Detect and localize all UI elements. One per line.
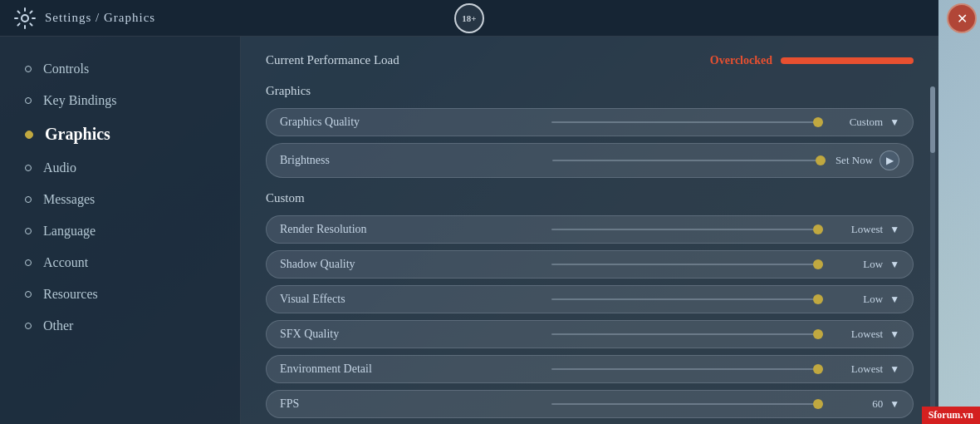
setting-name-sfx-quality: SFX Quality [280, 328, 551, 341]
setting-row-sfx-quality[interactable]: SFX Quality Lowest ▼ [266, 320, 914, 348]
sidebar: Controls Key Bindings Graphics Audio Mes… [0, 37, 241, 424]
dropdown-arrow-render-resolution[interactable]: ▼ [889, 224, 899, 236]
bullet-messages [25, 196, 32, 203]
gear-icon [13, 7, 37, 30]
setting-value-visual-effects: Low [833, 293, 883, 306]
dropdown-arrow-environment-detail[interactable]: ▼ [889, 363, 899, 376]
bullet-audio [25, 165, 32, 171]
svg-point-0 [22, 15, 28, 22]
perf-load-label: Current Performance Load [266, 53, 710, 67]
slider-visual-effects[interactable] [551, 298, 833, 300]
setting-row-brightness[interactable]: Brightness Set Now ▶ [266, 143, 914, 178]
close-button[interactable]: ✕ [947, 3, 977, 33]
setting-value-environment-detail: Lowest [833, 362, 883, 376]
bullet-other [25, 323, 32, 329]
sidebar-item-resources[interactable]: Resources [0, 279, 240, 310]
sidebar-item-other[interactable]: Other [0, 310, 240, 342]
overclocked-label: Overclocked [710, 54, 772, 67]
setting-value-graphics-quality: Custom [833, 116, 883, 129]
sidebar-item-keybindings[interactable]: Key Bindings [0, 85, 240, 116]
sidebar-label-language: Language [43, 224, 96, 239]
modal-header: Settings / Graphics 18+ [0, 0, 938, 37]
setting-row-graphics-quality[interactable]: Graphics Quality Custom ▼ [266, 108, 914, 136]
sidebar-item-graphics[interactable]: Graphics [0, 116, 240, 152]
setting-name-render-resolution: Render Resolution [280, 223, 551, 236]
sidebar-item-language[interactable]: Language [0, 215, 240, 247]
sidebar-label-resources: Resources [43, 287, 98, 302]
watermark: Sforum.vn [922, 407, 980, 424]
setting-row-fps[interactable]: FPS 60 ▼ [266, 390, 914, 418]
sidebar-item-account[interactable]: Account [0, 247, 240, 279]
sidebar-label-messages: Messages [43, 192, 95, 207]
setting-row-visual-effects[interactable]: Visual Effects Low ▼ [266, 285, 914, 313]
slider-environment-detail[interactable] [551, 368, 833, 370]
scrollbar-thumb[interactable] [930, 86, 935, 153]
setting-name-visual-effects: Visual Effects [280, 293, 551, 306]
sidebar-label-account: Account [43, 255, 88, 270]
settings-content: Current Performance Load Overclocked Gra… [241, 37, 938, 424]
dropdown-arrow-sfx-quality[interactable]: ▼ [889, 328, 899, 341]
sidebar-item-messages[interactable]: Messages [0, 184, 240, 215]
setting-value-fps: 60 [833, 397, 883, 411]
setting-name-graphics-quality: Graphics Quality [280, 116, 551, 129]
brightness-action-label: Set Now [835, 154, 873, 167]
slider-shadow-quality[interactable] [551, 264, 833, 265]
bullet-language [25, 228, 32, 234]
setting-row-environment-detail[interactable]: Environment Detail Lowest ▼ [266, 355, 914, 383]
slider-brightness[interactable] [552, 160, 835, 161]
slider-graphics-quality[interactable] [551, 121, 833, 123]
slider-render-resolution[interactable] [551, 229, 833, 230]
setting-value-render-resolution: Lowest [833, 223, 883, 236]
perf-bar-row: Current Performance Load Overclocked [266, 53, 914, 67]
custom-section-title: Custom [266, 191, 914, 205]
sidebar-label-other: Other [43, 318, 73, 333]
setting-value-shadow-quality: Low [833, 258, 883, 271]
modal-body: Controls Key Bindings Graphics Audio Mes… [0, 37, 938, 424]
setting-name-environment-detail: Environment Detail [280, 362, 551, 376]
sidebar-item-audio[interactable]: Audio [0, 152, 240, 184]
dropdown-arrow-shadow-quality[interactable]: ▼ [889, 259, 899, 271]
brightness-action-button[interactable]: ▶ [880, 150, 899, 170]
setting-name-fps: FPS [280, 397, 551, 411]
setting-name-brightness: Brightness [280, 154, 552, 167]
bullet-account [25, 259, 32, 266]
setting-row-shadow-quality[interactable]: Shadow Quality Low ▼ [266, 250, 914, 279]
setting-name-shadow-quality: Shadow Quality [280, 258, 551, 271]
sidebar-item-controls[interactable]: Controls [0, 53, 240, 85]
perf-bar [781, 57, 914, 64]
setting-row-render-resolution[interactable]: Render Resolution Lowest ▼ [266, 215, 914, 244]
header-title: Settings / Graphics [45, 11, 155, 25]
setting-value-sfx-quality: Lowest [833, 328, 883, 341]
bullet-keybindings [25, 97, 32, 104]
bullet-controls [25, 66, 32, 72]
settings-modal: Settings / Graphics 18+ Controls Key Bin… [0, 0, 938, 424]
dropdown-arrow-graphics-quality[interactable]: ▼ [889, 116, 899, 129]
bullet-resources [25, 291, 32, 298]
custom-section: Custom Render Resolution Lowest ▼ Shadow… [266, 191, 914, 418]
dropdown-arrow-visual-effects[interactable]: ▼ [889, 293, 899, 306]
dropdown-arrow-fps[interactable]: ▼ [889, 398, 899, 411]
graphics-section-title: Graphics [266, 84, 914, 98]
sidebar-label-keybindings: Key Bindings [43, 93, 116, 108]
scrollbar[interactable] [930, 86, 935, 416]
slider-sfx-quality[interactable] [551, 333, 833, 335]
sidebar-label-graphics: Graphics [45, 125, 110, 144]
sidebar-label-audio: Audio [43, 160, 76, 175]
age-badge: 18+ [454, 3, 484, 33]
slider-fps[interactable] [551, 403, 833, 405]
bullet-graphics [25, 131, 33, 139]
sidebar-label-controls: Controls [43, 62, 89, 76]
